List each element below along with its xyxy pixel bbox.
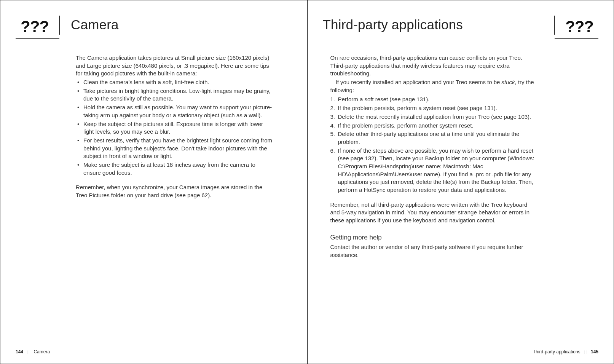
- list-item: Delete the most recently installed appli…: [330, 113, 539, 121]
- tips-list: Clean the camera's lens with a soft, lin…: [76, 78, 273, 177]
- list-item: Delete other third-party applications on…: [330, 130, 539, 146]
- right-header: Third-party applications ???: [308, 16, 614, 38]
- list-item: Take pictures in bright lighting conditi…: [76, 87, 273, 103]
- outro-paragraph: Remember, not all third-party applicatio…: [330, 201, 539, 225]
- left-footer: 144 :: Camera: [16, 349, 50, 354]
- intro-paragraph-2: If you recently installed an application…: [330, 78, 539, 94]
- list-item: If none of the steps above are possible,…: [330, 147, 539, 194]
- page-number: 144: [16, 349, 23, 354]
- page-number: 145: [591, 349, 598, 354]
- list-item: Make sure the subject is at least 18 inc…: [76, 161, 273, 177]
- section-marker-icon: ???: [0, 16, 59, 35]
- list-item: For best results, verify that you have t…: [76, 137, 273, 160]
- list-item: Perform a soft reset (see page 131).: [330, 96, 539, 104]
- list-item: If the problem persists, perform another…: [330, 122, 539, 130]
- left-header: ??? Camera: [0, 16, 307, 38]
- left-body: The Camera application takes pictures at…: [0, 39, 307, 200]
- page-title: Third-party applications: [323, 16, 554, 32]
- footer-label: Third-party applications: [533, 349, 581, 354]
- outro-paragraph: Remember, when you synchronize, your Cam…: [76, 184, 273, 199]
- steps-list: Perform a soft reset (see page 131). If …: [330, 96, 539, 194]
- right-page: Third-party applications ??? On rare occ…: [308, 0, 614, 364]
- intro-paragraph: The Camera application takes pictures at…: [76, 54, 273, 78]
- footer-separator: ::: [27, 349, 30, 354]
- text: If you recently installed an application…: [336, 79, 502, 85]
- section-marker-icon: ???: [555, 16, 614, 35]
- footer-separator: ::: [584, 349, 587, 354]
- emphasis: stuck: [502, 79, 515, 85]
- sub-body: Contact the author or vendor of any thir…: [330, 243, 539, 259]
- page-spread: ??? Camera The Camera application takes …: [0, 0, 614, 364]
- list-item: Keep the subject of the pictures still. …: [76, 120, 273, 136]
- list-item: If the problem persists, perform a syste…: [330, 104, 539, 112]
- page-title: Camera: [60, 16, 119, 32]
- right-footer: Third-party applications :: 145: [533, 349, 598, 354]
- intro-paragraph: On rare occasions, third-party applicati…: [330, 54, 539, 78]
- footer-label: Camera: [33, 349, 50, 354]
- subheading: Getting more help: [330, 233, 539, 242]
- right-body: On rare occasions, third-party applicati…: [308, 39, 614, 259]
- list-item: Hold the camera as still as possible. Yo…: [76, 104, 273, 119]
- left-page: ??? Camera The Camera application takes …: [0, 0, 308, 364]
- list-item: Clean the camera's lens with a soft, lin…: [76, 78, 273, 86]
